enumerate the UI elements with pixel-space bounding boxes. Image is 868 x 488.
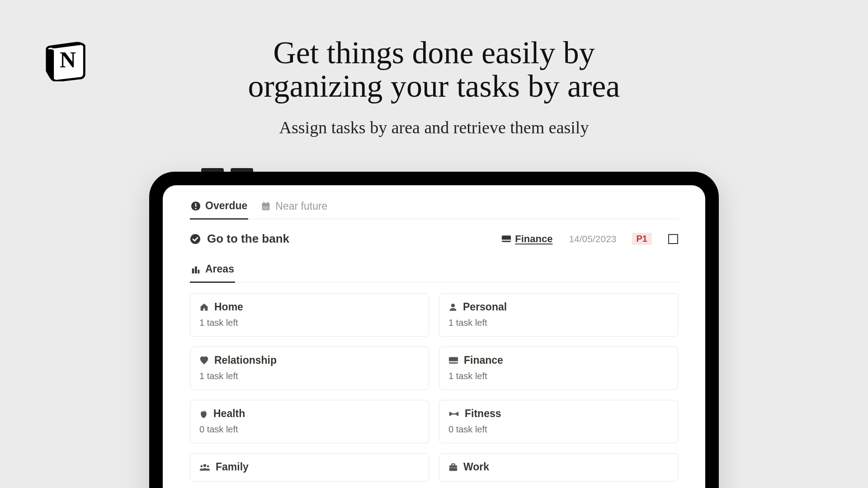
city-icon	[191, 264, 201, 274]
area-card-relationship[interactable]: Relationship1 task left	[190, 347, 429, 390]
area-card-sub: 1 task left	[199, 371, 420, 381]
dumbbell-icon	[448, 411, 459, 417]
area-card-title: Finance	[464, 354, 503, 366]
calendar-icon	[261, 201, 271, 211]
tab-label: Near future	[275, 200, 327, 212]
card-icon	[448, 357, 458, 364]
area-card-title: Personal	[463, 301, 507, 313]
svg-rect-5	[262, 203, 270, 206]
check-circle-icon	[190, 234, 201, 244]
area-card-fitness[interactable]: Fitness0 task left	[439, 400, 678, 443]
svg-point-24	[200, 465, 203, 468]
home-icon	[199, 302, 209, 312]
task-checkbox[interactable]	[668, 234, 678, 244]
svg-rect-22	[452, 413, 456, 414]
task-area-link[interactable]: Finance	[501, 233, 552, 245]
apple-icon	[199, 409, 208, 418]
area-card-personal[interactable]: Personal1 task left	[439, 293, 678, 337]
alert-circle-icon	[191, 201, 201, 211]
area-card-title: Home	[214, 301, 243, 313]
area-card-sub: 0 task left	[448, 424, 669, 435]
svg-rect-27	[452, 464, 455, 466]
area-card-sub: 0 task left	[199, 424, 420, 435]
svg-rect-28	[449, 467, 457, 468]
tab-overdue[interactable]: Overdue	[190, 197, 248, 220]
area-card-title: Relationship	[214, 354, 277, 366]
svg-rect-17	[449, 361, 458, 362]
area-card-family[interactable]: Family	[190, 453, 429, 482]
priority-badge: P1	[632, 233, 652, 245]
task-title: Go to the bank	[207, 232, 495, 246]
briefcase-icon	[448, 463, 458, 471]
svg-point-15	[451, 304, 455, 307]
area-card-sub: 1 task left	[448, 371, 669, 381]
tab-near-future[interactable]: Near future	[260, 197, 328, 219]
group-icon	[199, 463, 210, 471]
task-area-label: Finance	[515, 233, 552, 245]
view-tabs: Overdue Near future	[190, 197, 678, 219]
task-date: 14/05/2023	[569, 234, 616, 244]
ipad-device: Overdue Near future Go to the bank Finan…	[149, 172, 719, 488]
area-card-sub: 1 task left	[448, 318, 669, 328]
area-card-health[interactable]: Health0 task left	[190, 400, 429, 443]
section-tabs: Areas	[190, 260, 678, 282]
svg-rect-12	[192, 268, 194, 273]
area-card-home[interactable]: Home1 task left	[190, 293, 429, 337]
app-screen: Overdue Near future Go to the bank Finan…	[163, 185, 705, 488]
svg-rect-13	[195, 266, 197, 273]
tab-areas[interactable]: Areas	[190, 260, 235, 283]
svg-rect-18	[449, 412, 451, 416]
section-label: Areas	[205, 263, 234, 275]
svg-rect-19	[457, 412, 458, 416]
svg-rect-8	[263, 206, 269, 209]
area-card-finance[interactable]: Finance1 task left	[439, 347, 678, 390]
page-heading: Get things done easily by organizing you…	[0, 36, 868, 103]
svg-rect-6	[264, 202, 264, 204]
svg-rect-2	[195, 203, 197, 206]
svg-point-9	[190, 234, 200, 244]
svg-rect-7	[268, 202, 269, 204]
svg-point-3	[195, 207, 196, 209]
user-icon	[448, 302, 458, 312]
svg-rect-14	[198, 269, 200, 273]
svg-point-25	[207, 465, 209, 468]
area-card-sub: 1 task left	[199, 318, 420, 328]
heart-icon	[199, 356, 209, 365]
task-row[interactable]: Go to the bank Finance 14/05/2023 P1	[190, 219, 678, 255]
area-card-title: Fitness	[465, 408, 501, 420]
svg-rect-16	[449, 357, 458, 364]
card-icon	[501, 235, 511, 243]
svg-point-23	[203, 464, 206, 467]
area-card-title: Family	[216, 461, 249, 473]
area-card-work[interactable]: Work	[439, 453, 678, 482]
page-subheading: Assign tasks by area and retrieve them e…	[0, 117, 868, 137]
svg-rect-11	[502, 239, 511, 241]
svg-rect-10	[502, 235, 511, 242]
tab-label: Overdue	[205, 200, 247, 212]
areas-grid: Home1 task leftPersonal1 task leftRelati…	[190, 293, 678, 482]
area-card-title: Work	[463, 461, 489, 473]
area-card-title: Health	[213, 408, 245, 420]
